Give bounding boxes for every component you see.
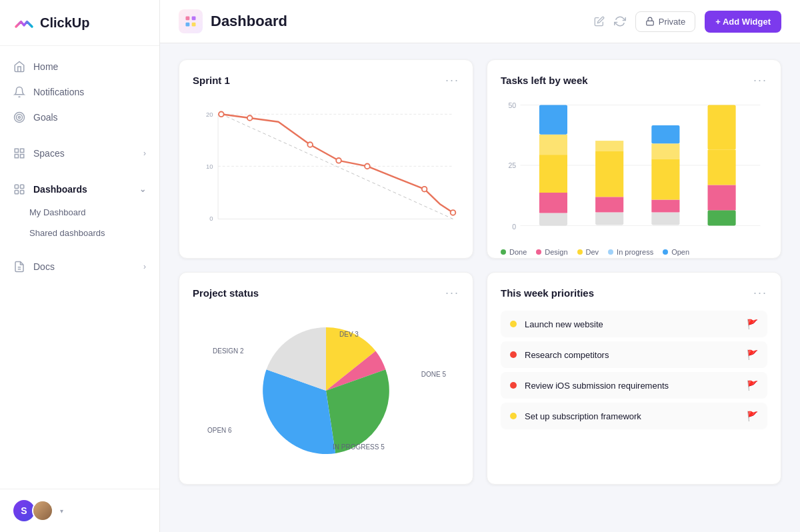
legend-design: Design [536,248,567,256]
tasks-widget-menu[interactable]: ··· [753,73,767,87]
priority-item-4: Set up subscription framework 🚩 [501,403,767,429]
dashboard-icon-box [179,9,203,33]
svg-rect-44 [595,212,623,225]
svg-rect-55 [708,150,736,185]
add-widget-button[interactable]: + Add Widget [705,11,781,33]
page-title: Dashboard [211,13,287,30]
page-header: Dashboard Private + Add Widget [160,0,800,43]
design-dot [536,249,541,255]
svg-rect-5 [21,155,24,158]
private-label: Private [659,17,685,27]
priority-flag-2: 🚩 [747,349,758,360]
priority-text-2: Research competitors [525,350,609,360]
svg-rect-14 [192,17,196,21]
home-icon [13,61,25,73]
add-widget-label: + Add Widget [715,17,771,27]
svg-rect-47 [595,141,623,151]
svg-rect-3 [15,149,18,152]
svg-rect-45 [595,197,623,212]
svg-rect-42 [539,135,567,155]
my-dashboard-label: My Dashboard [29,207,86,217]
sidebar-item-goals[interactable]: Goals [0,105,159,130]
avatar-photo[interactable] [32,500,53,521]
dashboard-grid: Sprint 1 ··· 20 10 0 [179,59,781,485]
sidebar-item-spaces[interactable]: Spaces › [0,141,159,166]
sidebar-item-notifications[interactable]: Notifications [0,79,159,105]
svg-point-29 [336,158,341,163]
done-dot [501,249,506,255]
svg-point-31 [422,187,427,192]
priority-item-2-left: Research competitors [510,350,609,360]
dashboard-content: Sprint 1 ··· 20 10 0 [160,43,800,532]
sidebar-nav: Home Notifications Goals Spaces › [0,46,159,489]
main-content: Dashboard Private + Add Widget Sprint 1 … [160,0,800,532]
pencil-icon[interactable] [594,16,605,27]
in-progress-label: In progress [617,248,653,256]
header-right: Private + Add Widget [594,11,781,33]
header-left: Dashboard [179,9,287,33]
svg-rect-43 [539,105,567,134]
priorities-menu[interactable]: ··· [753,286,767,300]
svg-point-30 [365,164,370,169]
sidebar-item-dashboards[interactable]: Dashboards ⌄ [0,177,159,202]
private-button[interactable]: Private [635,11,695,32]
sprint-chart-svg: 20 10 0 [193,98,459,245]
priority-item-1-left: Launch new website [510,319,603,329]
svg-rect-17 [646,21,653,25]
refresh-icon[interactable] [614,15,626,27]
dashboards-arrow-icon: ⌄ [139,185,146,194]
docs-label: Docs [33,261,55,272]
priorities-title: This week priorities [501,287,594,299]
svg-point-1 [17,115,23,121]
open-pie-label: OPEN 6 [207,427,232,434]
priority-item-3: Review iOS submission requirements 🚩 [501,372,767,399]
priority-dot-1 [510,321,517,327]
bar-chart-svg: 50 25 0 [501,98,767,241]
design-label: Design [545,248,567,256]
priority-text-3: Review iOS submission requirements [525,381,669,391]
svg-rect-10 [21,191,24,194]
project-status-menu[interactable]: ··· [445,286,459,300]
in-progress-pie-label: IN PROGRESS 5 [333,443,385,451]
goals-label: Goals [33,112,58,123]
svg-rect-54 [708,185,736,210]
footer-arrow-icon[interactable]: ▾ [60,507,63,515]
project-status-header: Project status ··· [193,286,459,300]
svg-point-26 [219,111,224,117]
svg-rect-48 [651,212,679,225]
sprint-chart: 20 10 0 [193,98,459,245]
pie-chart-container: DEV 3 DESIGN 2 OPEN 6 IN PROGRESS 5 DONE… [193,311,459,471]
pie-chart-svg [239,304,413,477]
docs-arrow-icon: › [143,262,146,271]
design-pie-label: DESIGN 2 [213,347,244,355]
priority-item-3-left: Review iOS submission requirements [510,381,669,391]
sidebar-item-shared-dashboards[interactable]: Shared dashboards [0,223,159,243]
svg-text:25: 25 [508,161,516,169]
open-dot [663,249,668,255]
sidebar: ClickUp Home Notifications Goals [0,0,160,532]
priority-flag-3: 🚩 [747,380,758,391]
bar-chart-area: 50 25 0 [501,98,767,241]
svg-text:0: 0 [512,223,516,231]
svg-text:20: 20 [206,111,213,118]
sidebar-item-docs[interactable]: Docs › [0,254,159,279]
sidebar-item-my-dashboard[interactable]: My Dashboard [0,202,159,223]
sprint-widget-header: Sprint 1 ··· [193,73,459,87]
svg-rect-51 [651,143,679,159]
sprint-widget-menu[interactable]: ··· [445,73,459,87]
lock-icon [645,17,655,26]
priority-list: Launch new website 🚩 Research competitor… [501,311,767,432]
svg-rect-52 [651,125,679,143]
home-label: Home [33,61,58,72]
priority-item-4-left: Set up subscription framework [510,411,641,421]
dev-pie-label: DEV 3 [339,331,359,338]
docs-icon [13,261,25,273]
sidebar-item-home[interactable]: Home [0,54,159,79]
spaces-arrow-icon: › [143,149,146,158]
svg-rect-8 [21,185,24,188]
bar-chart: 50 25 0 [501,98,767,245]
bell-icon [13,86,25,98]
bar-chart-legend: Done Design Dev In progress [501,248,767,256]
sprint-widget-title: Sprint 1 [193,75,230,86]
svg-rect-6 [15,155,18,158]
